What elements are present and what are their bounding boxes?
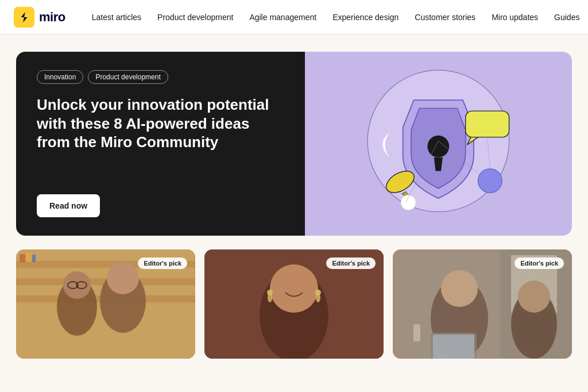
svg-point-44: [518, 280, 550, 313]
editor-card-2[interactable]: Editor's pick: [204, 249, 384, 359]
nav-link-latest-articles[interactable]: Latest articles: [84, 8, 149, 26]
miro-logo-icon: [14, 7, 34, 28]
svg-point-6: [428, 136, 450, 157]
editor-pick-badge-3: Editor's pick: [514, 258, 564, 269]
editor-pick-badge-1: Editor's pick: [138, 258, 187, 269]
hero-svg-illustration: [305, 52, 572, 236]
cards-row: Editor's pick Editor's pick: [0, 249, 588, 372]
svg-rect-20: [26, 252, 31, 262]
nav-link-agile-management[interactable]: Agile management: [241, 8, 324, 26]
svg-rect-47: [413, 324, 420, 341]
hero-tag-product-development: Product development: [88, 70, 168, 84]
main-nav: miro Latest articles Product development…: [0, 0, 588, 34]
editor-card-1[interactable]: Editor's pick: [16, 249, 195, 359]
hero-title: Unlock your innovation potential with th…: [37, 95, 284, 178]
svg-rect-0: [14, 7, 34, 28]
nav-link-miro-updates[interactable]: Miro updates: [483, 8, 546, 26]
svg-point-35: [268, 293, 272, 302]
logo-link[interactable]: miro: [14, 7, 65, 28]
read-now-button[interactable]: Read now: [37, 194, 100, 217]
svg-rect-46: [433, 335, 474, 359]
nav-link-guides[interactable]: Guides: [546, 8, 587, 26]
editor-card-3[interactable]: Editor's pick: [393, 249, 572, 359]
nav-link-customer-stories[interactable]: Customer stories: [407, 8, 483, 26]
nav-link-experience-design[interactable]: Experience design: [324, 8, 407, 26]
svg-rect-19: [20, 254, 25, 262]
svg-point-36: [316, 293, 320, 302]
nav-link-product-development[interactable]: Product development: [149, 8, 241, 26]
hero-wrapper: Innovation Product development Unlock yo…: [0, 34, 588, 249]
hero-content-left: Innovation Product development Unlock yo…: [16, 52, 305, 236]
hero-illustration-area: [305, 52, 572, 236]
svg-rect-21: [32, 255, 36, 262]
nav-links: Latest articles Product development Agil…: [84, 12, 588, 22]
svg-point-32: [270, 264, 318, 313]
logo-text: miro: [39, 10, 65, 25]
svg-point-10: [478, 169, 502, 193]
editor-pick-badge-2: Editor's pick: [326, 258, 376, 269]
hero-tags: Innovation Product development: [37, 70, 284, 84]
svg-rect-7: [466, 111, 509, 137]
svg-point-42: [441, 270, 478, 307]
hero-tag-innovation: Innovation: [37, 70, 83, 84]
svg-point-23: [107, 262, 139, 294]
hero-section: Innovation Product development Unlock yo…: [0, 34, 588, 249]
hero-card: Innovation Product development Unlock yo…: [16, 52, 572, 236]
